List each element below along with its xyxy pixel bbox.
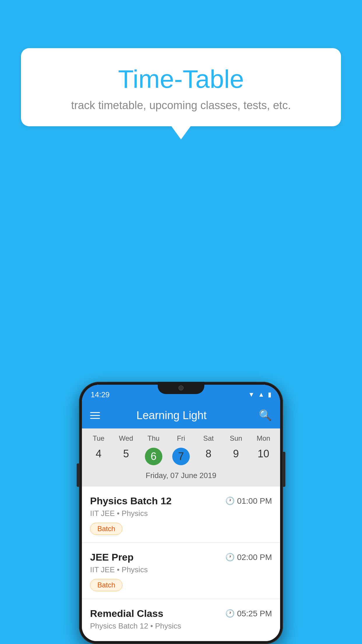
schedule-item-3-title: Remedial Class: [90, 608, 163, 619]
status-icons: ▼ ▲ ▮: [248, 391, 271, 398]
schedule-item-1-title: Physics Batch 12: [90, 495, 172, 507]
day-label-fri: Fri: [167, 434, 195, 442]
schedule-item-3[interactable]: Remedial Class 🕐 05:25 PM Physics Batch …: [82, 599, 280, 641]
batch-badge-1: Batch: [90, 523, 122, 535]
schedule-item-1[interactable]: Physics Batch 12 🕐 01:00 PM IIT JEE • Ph…: [82, 487, 280, 543]
day-4[interactable]: 4: [85, 445, 112, 468]
app-bar: Learning Light 🔍: [82, 402, 280, 428]
day-label-wed: Wed: [112, 434, 140, 442]
day-label-thu: Thu: [140, 434, 167, 442]
day-label-sun: Sun: [222, 434, 249, 442]
signal-icon: ▲: [258, 391, 264, 398]
clock-icon-3: 🕐: [225, 609, 235, 618]
camera-dot: [178, 385, 184, 391]
schedule-item-3-header: Remedial Class 🕐 05:25 PM: [90, 608, 272, 619]
app-title: Learning Light: [106, 409, 237, 422]
day-numbers: 4 5 6 7 8 9 10: [85, 445, 277, 468]
day-7-selected[interactable]: 7: [167, 445, 195, 468]
schedule-item-1-header: Physics Batch 12 🕐 01:00 PM: [90, 495, 272, 507]
search-icon[interactable]: 🔍: [259, 409, 272, 421]
day-10[interactable]: 10: [250, 445, 277, 468]
batch-badge-2: Batch: [90, 579, 122, 591]
day-labels: Tue Wed Thu Fri Sat Sun Mon: [85, 434, 277, 442]
schedule-item-1-subtitle: IIT JEE • Physics: [90, 509, 272, 518]
day-label-sat: Sat: [195, 434, 222, 442]
day-5[interactable]: 5: [112, 445, 140, 468]
clock-icon-2: 🕐: [225, 553, 235, 562]
schedule-item-2-title: JEE Prep: [90, 552, 133, 563]
schedule-item-2-subtitle: IIT JEE • Physics: [90, 565, 272, 574]
schedule-item-2-time: 🕐 02:00 PM: [225, 553, 272, 562]
day-8[interactable]: 8: [195, 445, 222, 468]
schedule-item-1-time: 🕐 01:00 PM: [225, 496, 272, 506]
wifi-icon: ▼: [248, 391, 254, 398]
calendar-header: Tue Wed Thu Fri Sat Sun Mon 4 5 6 7: [82, 428, 280, 487]
bubble-subtitle: track timetable, upcoming classes, tests…: [38, 99, 324, 112]
hamburger-menu[interactable]: [90, 412, 100, 419]
day-label-tue: Tue: [85, 434, 112, 442]
schedule-list: Physics Batch 12 🕐 01:00 PM IIT JEE • Ph…: [82, 487, 280, 641]
bubble-title: Time-Table: [38, 64, 324, 94]
day-6-today[interactable]: 6: [140, 445, 167, 468]
phone-outer: 14:29 ▼ ▲ ▮ Learning Light 🔍 Tue: [79, 382, 283, 644]
clock-icon-1: 🕐: [225, 496, 235, 505]
schedule-item-2-header: JEE Prep 🕐 02:00 PM: [90, 552, 272, 563]
schedule-item-3-subtitle: Physics Batch 12 • Physics: [90, 622, 272, 631]
day-label-mon: Mon: [250, 434, 277, 442]
battery-icon: ▮: [268, 391, 271, 398]
schedule-item-3-time: 🕐 05:25 PM: [225, 609, 272, 618]
selected-date: Friday, 07 June 2019: [85, 471, 277, 484]
status-time: 14:29: [91, 390, 110, 399]
schedule-item-2[interactable]: JEE Prep 🕐 02:00 PM IIT JEE • Physics Ba…: [82, 543, 280, 599]
day-9[interactable]: 9: [222, 445, 249, 468]
speech-bubble: Time-Table track timetable, upcoming cla…: [21, 48, 341, 126]
phone-notch: [158, 382, 204, 394]
speech-bubble-container: Time-Table track timetable, upcoming cla…: [21, 48, 341, 126]
phone-device: 14:29 ▼ ▲ ▮ Learning Light 🔍 Tue: [79, 382, 283, 644]
phone-screen: 14:29 ▼ ▲ ▮ Learning Light 🔍 Tue: [82, 385, 280, 641]
